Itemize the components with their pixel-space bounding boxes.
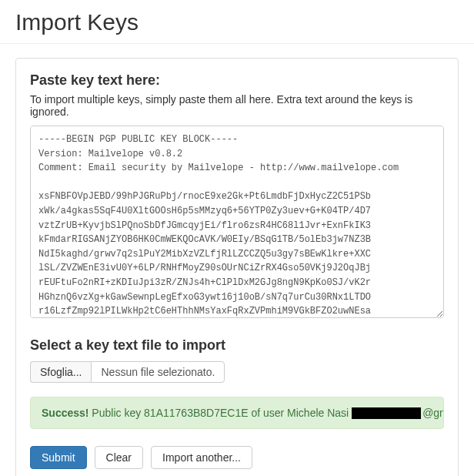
alert-prefix: Public key 81A11763B8D7EC1E of user Mich… — [88, 407, 352, 419]
success-alert: Success! Public key 81A11763B8D7EC1E of … — [30, 397, 444, 429]
clear-button[interactable]: Clear — [95, 446, 143, 469]
page-title: Import Keys — [15, 9, 459, 35]
file-section: Select a key text file to import Sfoglia… — [30, 337, 444, 383]
file-heading: Select a key text file to import — [30, 337, 444, 354]
redacted-email-local — [352, 407, 421, 419]
browse-button[interactable]: Sfoglia... — [30, 361, 91, 383]
alert-suffix: @gmail.com> — [422, 407, 444, 419]
page-header: Import Keys — [0, 0, 474, 44]
key-textarea[interactable] — [30, 126, 444, 318]
submit-button[interactable]: Submit — [30, 446, 87, 469]
button-row: Submit Clear Import another... — [30, 446, 444, 469]
alert-strong: Success! — [42, 407, 88, 419]
file-none-label: Nessun file selezionato. — [91, 361, 225, 383]
paste-help: To import multiple keys, simply paste th… — [30, 93, 444, 118]
import-another-button[interactable]: Import another... — [151, 446, 252, 469]
file-picker: Sfoglia... Nessun file selezionato. — [30, 361, 444, 383]
paste-heading: Paste key text here: — [30, 72, 444, 89]
import-panel: Paste key text here: To import multiple … — [15, 58, 459, 476]
